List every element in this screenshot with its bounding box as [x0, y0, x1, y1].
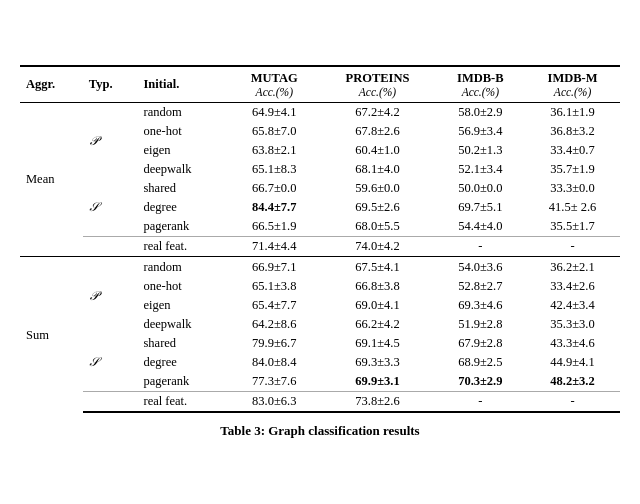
- proteins-cell: 69.5±2.6: [319, 198, 435, 217]
- table-row: Mean𝒫random64.9±4.167.2±4.258.0±2.936.1±…: [20, 103, 620, 123]
- proteins-header: PROTEINS Acc.(%): [319, 66, 435, 103]
- mutag-cell: 77.3±7.6: [229, 372, 319, 392]
- imdbb-cell: 67.9±2.8: [436, 334, 526, 353]
- imdbb-cell: 69.3±4.6: [436, 296, 526, 315]
- mutag-cell: 66.9±7.1: [229, 257, 319, 278]
- init-cell: eigen: [138, 296, 230, 315]
- mutag-cell: 84.0±8.4: [229, 353, 319, 372]
- mutag-cell: 64.2±8.6: [229, 315, 319, 334]
- imdbm-cell: 36.8±3.2: [525, 122, 620, 141]
- aggr-cell: Sum: [20, 257, 83, 413]
- imdbm-cell: -: [525, 237, 620, 257]
- proteins-cell: 66.8±3.8: [319, 277, 435, 296]
- proteins-cell: 67.5±4.1: [319, 257, 435, 278]
- proteins-cell: 67.8±2.6: [319, 122, 435, 141]
- imdbb-cell: -: [436, 392, 526, 413]
- table-row: 𝒮shared66.7±0.059.6±0.050.0±0.033.3±0.0: [20, 179, 620, 198]
- initial-header: Initial.: [138, 66, 230, 103]
- imdbm-header: IMDB-M Acc.(%): [525, 66, 620, 103]
- imdbm-cell: 36.2±2.1: [525, 257, 620, 278]
- init-cell: random: [138, 257, 230, 278]
- proteins-cell: 69.3±3.3: [319, 353, 435, 372]
- imdbb-cell: 50.2±1.3: [436, 141, 526, 160]
- imdbm-cell: 35.7±1.9: [525, 160, 620, 179]
- imdbb-cell: 69.7±5.1: [436, 198, 526, 217]
- imdbb-header: IMDB-B Acc.(%): [436, 66, 526, 103]
- init-cell: shared: [138, 334, 230, 353]
- proteins-cell: 68.0±5.5: [319, 217, 435, 237]
- imdbb-cell: 54.4±4.0: [436, 217, 526, 237]
- proteins-cell: 73.8±2.6: [319, 392, 435, 413]
- imdbb-cell: 70.3±2.9: [436, 372, 526, 392]
- typ-cell-empty: [83, 392, 138, 413]
- typ-cell: 𝒮: [83, 179, 138, 237]
- init-cell: one-hot: [138, 277, 230, 296]
- imdbm-cell: -: [525, 392, 620, 413]
- imdbb-cell: 50.0±0.0: [436, 179, 526, 198]
- imdbm-cell: 33.4±2.6: [525, 277, 620, 296]
- mutag-cell: 79.9±6.7: [229, 334, 319, 353]
- init-cell: random: [138, 103, 230, 123]
- imdbb-cell: 52.1±3.4: [436, 160, 526, 179]
- table-row: 𝒮shared79.9±6.769.1±4.567.9±2.843.3±4.6: [20, 334, 620, 353]
- aggr-cell: Mean: [20, 103, 83, 257]
- imdbb-cell: 52.8±2.7: [436, 277, 526, 296]
- init-cell: real feat.: [138, 392, 230, 413]
- results-table: Aggr. Typ. Initial. MUTAG Acc.(%) PROTEI…: [20, 65, 620, 413]
- init-cell: deepwalk: [138, 315, 230, 334]
- imdbb-cell: 68.9±2.5: [436, 353, 526, 372]
- mutag-header: MUTAG Acc.(%): [229, 66, 319, 103]
- imdbm-cell: 33.3±0.0: [525, 179, 620, 198]
- mutag-cell: 66.5±1.9: [229, 217, 319, 237]
- proteins-cell: 67.2±4.2: [319, 103, 435, 123]
- imdbm-cell: 35.5±1.7: [525, 217, 620, 237]
- typ-header: Typ.: [83, 66, 138, 103]
- table-caption: Table 3: Graph classification results: [20, 423, 620, 439]
- imdbb-cell: -: [436, 237, 526, 257]
- imdbb-cell: 51.9±2.8: [436, 315, 526, 334]
- imdbb-cell: 54.0±3.6: [436, 257, 526, 278]
- init-cell: degree: [138, 198, 230, 217]
- init-cell: deepwalk: [138, 160, 230, 179]
- imdbm-cell: 35.3±3.0: [525, 315, 620, 334]
- imdbm-cell: 44.9±4.1: [525, 353, 620, 372]
- init-cell: pagerank: [138, 217, 230, 237]
- mutag-cell: 71.4±4.4: [229, 237, 319, 257]
- main-container: Aggr. Typ. Initial. MUTAG Acc.(%) PROTEI…: [10, 45, 630, 459]
- imdbm-cell: 42.4±3.4: [525, 296, 620, 315]
- init-cell: pagerank: [138, 372, 230, 392]
- imdbm-cell: 36.1±1.9: [525, 103, 620, 123]
- imdbm-cell: 43.3±4.6: [525, 334, 620, 353]
- proteins-cell: 69.9±3.1: [319, 372, 435, 392]
- mutag-cell: 63.8±2.1: [229, 141, 319, 160]
- mutag-cell: 83.0±6.3: [229, 392, 319, 413]
- table-row: real feat.83.0±6.373.8±2.6--: [20, 392, 620, 413]
- typ-cell: 𝒫: [83, 257, 138, 335]
- imdbb-cell: 58.0±2.9: [436, 103, 526, 123]
- proteins-cell: 69.1±4.5: [319, 334, 435, 353]
- typ-cell-empty: [83, 237, 138, 257]
- init-cell: real feat.: [138, 237, 230, 257]
- mutag-cell: 65.8±7.0: [229, 122, 319, 141]
- proteins-cell: 66.2±4.2: [319, 315, 435, 334]
- init-cell: degree: [138, 353, 230, 372]
- proteins-cell: 74.0±4.2: [319, 237, 435, 257]
- imdbb-cell: 56.9±3.4: [436, 122, 526, 141]
- typ-cell: 𝒮: [83, 334, 138, 392]
- mutag-cell: 65.1±8.3: [229, 160, 319, 179]
- mutag-cell: 84.4±7.7: [229, 198, 319, 217]
- init-cell: shared: [138, 179, 230, 198]
- table-row: real feat.71.4±4.474.0±4.2--: [20, 237, 620, 257]
- imdbm-cell: 41.5± 2.6: [525, 198, 620, 217]
- mutag-cell: 64.9±4.1: [229, 103, 319, 123]
- aggr-header: Aggr.: [20, 66, 83, 103]
- proteins-cell: 69.0±4.1: [319, 296, 435, 315]
- proteins-cell: 59.6±0.0: [319, 179, 435, 198]
- mutag-cell: 65.4±7.7: [229, 296, 319, 315]
- mutag-cell: 66.7±0.0: [229, 179, 319, 198]
- init-cell: one-hot: [138, 122, 230, 141]
- table-row: Sum𝒫random66.9±7.167.5±4.154.0±3.636.2±2…: [20, 257, 620, 278]
- imdbm-cell: 48.2±3.2: [525, 372, 620, 392]
- typ-cell: 𝒫: [83, 103, 138, 180]
- proteins-cell: 60.4±1.0: [319, 141, 435, 160]
